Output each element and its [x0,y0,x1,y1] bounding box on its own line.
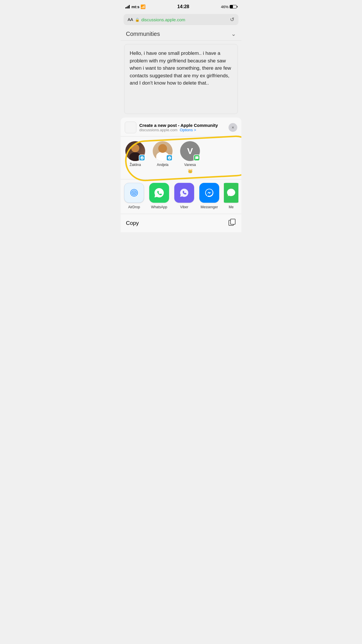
reload-button[interactable]: ↺ [230,16,234,23]
post-card: Hello, i have one small problem.. i have… [124,44,238,114]
status-bar: mt:s 📶 14:28 46% [121,0,241,13]
share-title-area: Create a new post - Apple Community disc… [139,123,226,132]
status-left: mt:s 📶 [125,4,145,9]
messenger-label: Messenger [201,205,218,209]
post-content: Hello, i have one small problem.. i have… [130,50,232,87]
avatar-zaklina [125,141,145,161]
contact-andjela[interactable]: Andjela [151,141,174,173]
battery-icon [230,5,237,8]
signal-bars [125,5,130,8]
copy-icon [228,218,236,228]
communities-header[interactable]: Communities ⌄ [121,27,241,41]
url-display: discussions.apple.com [141,17,185,22]
viber-label: Viber [180,205,188,209]
telegram-badge-andjela [166,155,173,161]
share-header: Create a new post - Apple Community disc… [121,118,241,136]
viber-icon [174,183,194,203]
app-icons-row: AirDrop WhatsApp Viber [121,179,241,214]
share-subtitle: discussions.apple.com Options > [139,128,226,132]
app-item-whatsapp[interactable]: WhatsApp [149,183,170,209]
avatar-andjela [153,141,173,161]
lock-icon: 🔒 [135,18,140,22]
contact-name-vanesa: Vanesa [184,163,196,167]
svg-rect-6 [231,219,235,224]
contact-name-zaklina: Žaklina [130,163,141,167]
copy-row[interactable]: Copy [121,214,241,232]
wifi-icon: 📶 [140,4,145,9]
app-item-messages-partial[interactable]: Me [224,183,238,209]
app-item-viber[interactable]: Viber [174,183,195,209]
whatsapp-icon [149,183,169,203]
app-item-messenger[interactable]: Messenger [199,183,220,209]
apple-icon [125,122,136,133]
url-bar-left: AA 🔒 discussions.apple.com [128,17,185,22]
airdrop-label: AirDrop [128,205,140,209]
vanesa-emoji: 👑 [188,169,193,173]
options-link[interactable]: Options > [180,128,196,132]
communities-title: Communities [126,31,160,37]
svg-point-3 [134,192,135,193]
telegram-badge-zaklina [139,155,145,161]
share-url: discussions.apple.com [139,128,178,132]
messages-partial-icon [224,183,238,203]
avatar-vanesa: V [180,141,200,161]
status-right: 46% [221,5,237,9]
contacts-row: Žaklina Andjela V [121,136,241,179]
share-sheet: Create a new post - Apple Community disc… [121,118,241,232]
carrier-label: mt:s [131,5,139,9]
contact-zaklina[interactable]: Žaklina [124,141,147,173]
whatsapp-label: WhatsApp [151,205,167,209]
messages-badge-vanesa [194,155,200,161]
time-display: 14:28 [177,4,189,9]
airdrop-icon [124,183,144,203]
messages-partial-label: Me [229,205,234,209]
contact-name-andjela: Andjela [157,163,168,167]
share-main-title: Create a new post - Apple Community [139,123,226,128]
chevron-down-icon: ⌄ [231,30,236,37]
url-bar[interactable]: AA 🔒 discussions.apple.com ↺ [124,14,238,25]
post-area: Hello, i have one small problem.. i have… [121,41,241,118]
close-button[interactable]: × [229,123,237,132]
contact-vanesa[interactable]: V Vanesa 👑 [178,141,202,173]
app-item-airdrop[interactable]: AirDrop [124,183,145,209]
browser-bar: AA 🔒 discussions.apple.com ↺ [121,13,241,27]
aa-button[interactable]: AA [128,17,133,22]
copy-label[interactable]: Copy [126,220,139,226]
messenger-icon [199,183,219,203]
battery-percent: 46% [221,5,229,9]
